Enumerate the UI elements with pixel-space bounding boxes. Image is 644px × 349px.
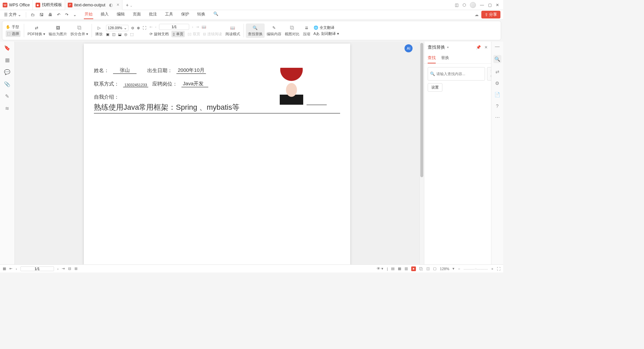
- zoom-out-icon[interactable]: ⊖: [131, 26, 134, 30]
- double-page-button[interactable]: ▯▯ 双页: [187, 32, 200, 37]
- comment-icon[interactable]: ◐: [109, 2, 113, 7]
- last-page-icon[interactable]: ⇥: [196, 25, 199, 29]
- fit-icon[interactable]: ⛶: [143, 26, 146, 30]
- close-icon[interactable]: ✕: [116, 3, 119, 7]
- tab-convert[interactable]: 转换: [197, 10, 206, 19]
- attachment-icon[interactable]: 📎: [4, 81, 10, 87]
- view1-icon[interactable]: ▤: [391, 266, 394, 271]
- select-tool[interactable]: ⬚ 选择: [6, 31, 20, 37]
- fullscreen-icon[interactable]: ⛶: [497, 267, 500, 271]
- crop4-icon[interactable]: ◎: [124, 32, 127, 37]
- pin-icon[interactable]: 📌: [476, 45, 481, 50]
- comment-icon[interactable]: 💬: [4, 69, 10, 75]
- status-first-icon[interactable]: ⇤: [9, 266, 12, 271]
- edit-content-button[interactable]: ✎编辑内容: [265, 25, 283, 37]
- share-button[interactable]: ⇪ 分享: [481, 11, 500, 18]
- crop3-icon[interactable]: ⬓: [118, 32, 121, 37]
- view2-icon[interactable]: ▦: [398, 266, 401, 271]
- print-icon[interactable]: 🖶: [47, 12, 54, 18]
- search-icon[interactable]: 🔍: [213, 10, 219, 19]
- zoom-select[interactable]: 128.09% ⌄: [106, 25, 128, 31]
- close-panel-icon[interactable]: ✕: [484, 45, 488, 50]
- ai-badge[interactable]: AI: [405, 44, 413, 52]
- scrollbar[interactable]: [419, 42, 424, 264]
- tab-tools[interactable]: 工具: [164, 10, 174, 19]
- tab-replace[interactable]: 替换: [441, 53, 449, 63]
- rail-search-icon[interactable]: 🔍: [493, 55, 501, 63]
- redo-icon[interactable]: ↷: [64, 12, 70, 18]
- status-prev-icon[interactable]: ‹: [16, 267, 17, 271]
- settings-button[interactable]: 设置: [428, 83, 442, 92]
- status-last-icon[interactable]: ⇥: [62, 266, 65, 271]
- status-grid-icon[interactable]: ▦: [3, 266, 6, 271]
- save-icon[interactable]: 🖫: [38, 12, 45, 18]
- tab-start[interactable]: 开始: [84, 10, 93, 19]
- tab-page[interactable]: 页面: [132, 10, 142, 19]
- prev-page-icon[interactable]: ‹: [155, 25, 157, 29]
- export-img-button[interactable]: 🖼输出为图片: [47, 25, 68, 37]
- tab-wps-office[interactable]: W WPS Office: [0, 0, 33, 10]
- layers-icon[interactable]: ≋: [5, 105, 9, 111]
- hand-tool[interactable]: ✋ 手型: [6, 24, 20, 30]
- window-layout-icon[interactable]: ◫: [455, 3, 459, 7]
- minimize-rail-icon[interactable]: —: [495, 44, 500, 49]
- continuous-button[interactable]: ⊟ 连续阅读: [203, 32, 222, 37]
- crop2-icon[interactable]: ◫: [112, 32, 115, 37]
- undo-icon[interactable]: ↶: [56, 12, 62, 18]
- record-icon[interactable]: [411, 266, 416, 271]
- tab-document[interactable]: P itext-demo-output ◐ ✕: [65, 0, 122, 10]
- zoom-out-status-icon[interactable]: −: [458, 267, 460, 271]
- rail-settings-icon[interactable]: ⚙: [495, 81, 499, 86]
- maximize-icon[interactable]: ▢: [488, 3, 492, 7]
- search-input[interactable]: [436, 72, 483, 76]
- view6-icon[interactable]: ▢: [433, 266, 436, 271]
- tab-insert[interactable]: 插入: [100, 10, 109, 19]
- page-input[interactable]: [159, 24, 189, 30]
- document-viewport[interactable]: AI 姓名： 张山 出生日期： 2000年10月 联系方式： 130324512…: [15, 42, 419, 264]
- status-next-icon[interactable]: ›: [57, 267, 59, 271]
- tab-edit[interactable]: 编辑: [116, 10, 125, 19]
- zoom-dropdown-icon[interactable]: ▾: [452, 266, 454, 271]
- status-minus-icon[interactable]: ⊟: [68, 266, 71, 271]
- rail-doc-icon[interactable]: 📄: [494, 92, 500, 97]
- avatar[interactable]: [470, 2, 476, 8]
- menu-button[interactable]: ☰ 文件 ⌄: [3, 11, 22, 18]
- view3-icon[interactable]: ▥: [405, 266, 408, 271]
- crop1-icon[interactable]: ▣: [106, 32, 109, 37]
- eye-icon[interactable]: 👁 ▾: [377, 266, 383, 271]
- sign-icon[interactable]: ✎: [5, 93, 9, 99]
- scroll-thumb[interactable]: [420, 43, 423, 177]
- screenshot-compare-button[interactable]: ⿻截图对比: [283, 25, 301, 37]
- view5-icon[interactable]: ◫: [426, 266, 430, 271]
- rail-help-icon[interactable]: ?: [496, 103, 499, 109]
- status-page-input[interactable]: [20, 266, 54, 271]
- find-replace-button[interactable]: 🔍查找替换: [246, 23, 265, 38]
- tab-protect[interactable]: 保护: [180, 10, 190, 19]
- rail-more-icon[interactable]: ⋯: [495, 115, 500, 120]
- read-mode-button[interactable]: 📖阅读模式: [224, 25, 241, 37]
- status-plus-icon[interactable]: ⊞: [74, 266, 77, 271]
- minimize-icon[interactable]: —: [480, 3, 484, 7]
- more-icon[interactable]: ⌄: [72, 12, 78, 18]
- tab-find[interactable]: 查找: [428, 53, 436, 63]
- split-merge-button[interactable]: ⿻拆分合并 ▾: [69, 25, 90, 37]
- zoom-in-icon[interactable]: ⊕: [137, 26, 140, 30]
- rotate-button[interactable]: ⟳ 旋转文档: [150, 32, 169, 37]
- rail-swap-icon[interactable]: ⇄: [495, 69, 499, 74]
- chevron-down-icon[interactable]: ▾: [447, 46, 449, 49]
- search-box[interactable]: 🔍: [428, 67, 485, 81]
- single-page-button[interactable]: ▯ 单页: [171, 31, 185, 37]
- next-page-icon[interactable]: ›: [192, 25, 193, 29]
- add-tab-button[interactable]: + ⌄: [122, 2, 136, 8]
- full-translate-button[interactable]: 🌐 全文翻译: [314, 25, 339, 30]
- close-window-icon[interactable]: ✕: [496, 3, 499, 7]
- bookmark-icon[interactable]: 🔖: [4, 45, 10, 51]
- first-page-icon[interactable]: ⇤: [150, 25, 153, 29]
- zoom-in-status-icon[interactable]: +: [491, 267, 493, 271]
- play-button[interactable]: ▷播放: [94, 25, 104, 37]
- cube-icon[interactable]: ⬡: [463, 3, 466, 7]
- view4-icon[interactable]: ⿻: [419, 267, 423, 271]
- crop5-icon[interactable]: ⬚: [130, 32, 133, 37]
- word-translate-button[interactable]: Aあ 划词翻译 ▾: [314, 31, 339, 36]
- compress-button[interactable]: ⇊压缩: [302, 25, 312, 37]
